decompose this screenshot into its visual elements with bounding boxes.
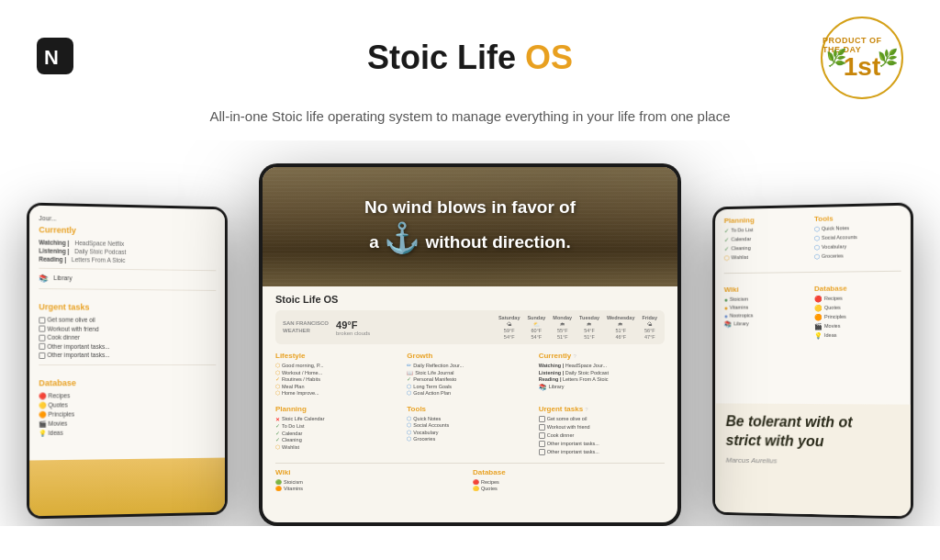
- right-wiki-section: Wiki ●Stoicism ●Vitamins ●Nootropics 📚Li…: [724, 285, 809, 342]
- svg-text:N: N: [44, 46, 59, 69]
- center-tablet: No wind blows in favor of a ⚓ without di…: [259, 163, 681, 526]
- top-bar: N Stoic Life OS 🌿 Product of the day 1st…: [0, 0, 940, 108]
- center-tools-section: Tools ⬡Quick Notes ⬡Social Accounts ⬡Voc…: [407, 405, 532, 457]
- notion-logo: N: [37, 38, 73, 78]
- lt-db-ideas: 💡 Ideas: [39, 428, 216, 437]
- left-database-title: Database: [39, 377, 216, 387]
- center-app-title: Stoic Life OS: [275, 294, 665, 305]
- center-growth-section: Growth ✏Daily Reflection Jour... 📖Stoic …: [407, 352, 532, 398]
- center-wiki-section: Wiki 🟢Stoicism 🟠Vitamins: [275, 468, 467, 493]
- app-subtitle: All-in-one Stoic life operating system t…: [0, 108, 940, 124]
- left-reading-item: Reading | Letters From A Stoic: [39, 256, 216, 265]
- lt-task-1: Get some olive oil: [39, 316, 216, 324]
- center-database-section: Database 🔴Recipes 🟡Quotes: [473, 468, 665, 493]
- center-currently-section: Currently ? Watching | HeadSpace Jour...…: [539, 352, 665, 398]
- laurel-right-icon: 🌿: [878, 48, 898, 68]
- lt-db-recipes: 🔴 Recipes: [39, 391, 216, 399]
- hero-quote: No wind blows in favor of a ⚓ without di…: [346, 196, 594, 257]
- right-urgent-section: [724, 267, 901, 280]
- lt-task-2: Workout with friend: [39, 325, 216, 332]
- lt-db-movies: 🎬 Movies: [39, 419, 216, 428]
- lt-task-5: Other important tasks...: [39, 352, 216, 359]
- product-badge: 🌿 Product of the day 1st 🌿: [821, 17, 903, 99]
- left-tablet: Jour... Currently Watching | HeadSpace N…: [27, 203, 228, 520]
- right-database-section: Database 🔴Recipes 🟡Quotes 🟠Principles 🎬M…: [814, 284, 901, 342]
- center-hero: No wind blows in favor of a ⚓ without di…: [263, 167, 677, 286]
- left-currently-title: Currently: [39, 225, 216, 238]
- app-title: Stoic Life OS: [367, 39, 573, 77]
- right-tools-section: Tools ⬡Quick Notes ⬡Social Accounts ⬡Voc…: [814, 213, 901, 263]
- left-gold-bar: [29, 458, 225, 517]
- right-quote-text: Be tolerant with otstrict with you: [726, 412, 900, 453]
- lt-db-principles: 🟠 Principles: [39, 409, 216, 418]
- center-lifestyle-section: Lifestyle ⬡Good morning, P... ⬡Workout /…: [275, 352, 401, 398]
- right-tablet: Planning ✓To Do List ✓Calendar ✓Cleaning…: [712, 203, 913, 520]
- left-urgent-title: Urgent tasks: [39, 302, 216, 312]
- devices-area: Jour... Currently Watching | HeadSpace N…: [0, 140, 940, 526]
- right-planning-section: Planning ✓To Do List ✓Calendar ✓Cleaning…: [724, 215, 809, 263]
- lt-task-3: Cook dinner: [39, 334, 216, 342]
- left-library-item: 📚 Library: [39, 274, 216, 285]
- left-listening-item: Listening | Daily Stoic Podcast: [39, 247, 216, 256]
- lt-task-4: Other important tasks...: [39, 342, 216, 350]
- right-quote-author: Marcus Aurelius: [726, 455, 900, 466]
- weather-bar: SAN FRANCISCOWEATHER 49°F broken clouds …: [275, 310, 665, 344]
- laurel-left-icon: 🌿: [826, 48, 846, 68]
- center-urgent-section: Urgent tasks ? Get some olive oil Workou…: [539, 405, 665, 457]
- center-planning-section: Planning ✕Stoic Life Calendar ✓To Do Lis…: [275, 405, 401, 457]
- lt-db-quotes: 🟡 Quotes: [39, 400, 216, 409]
